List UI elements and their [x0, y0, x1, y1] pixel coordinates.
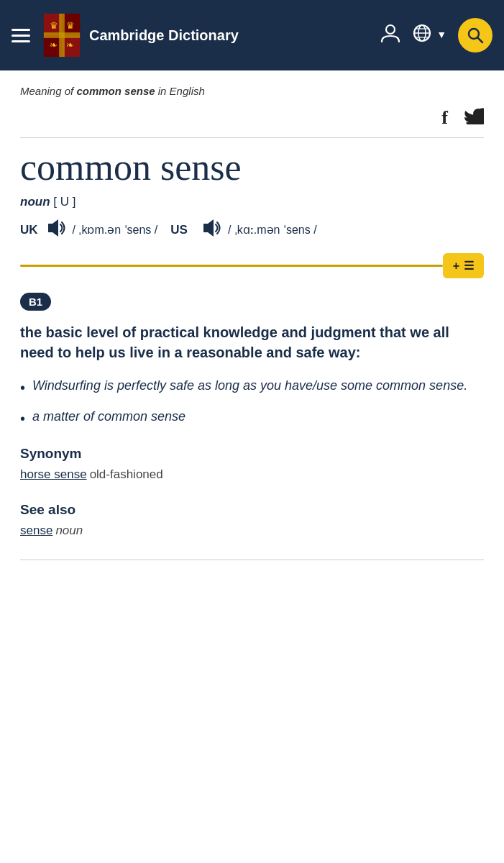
- see-also-heading: See also: [20, 502, 484, 518]
- breadcrumb-suffix: in English: [155, 85, 205, 97]
- synonym-heading: Synonym: [20, 446, 484, 462]
- word-title: common sense: [20, 147, 484, 188]
- level-badge: B1: [20, 293, 51, 311]
- user-icon[interactable]: [377, 20, 403, 51]
- plus-icon: +: [453, 260, 459, 273]
- logo-area: ♛ ♛ ❧ ❧ Cambridge Dictionary: [43, 14, 377, 57]
- main-content: Meaning of common sense in English f com…: [0, 70, 504, 589]
- globe-icon: [409, 20, 435, 51]
- svg-point-10: [386, 25, 395, 34]
- synonym-row: horse senseold-fashioned: [20, 467, 484, 482]
- part-of-speech: noun [ U ]: [20, 195, 484, 209]
- svg-line-17: [478, 38, 483, 43]
- add-to-list-button[interactable]: + ☰: [443, 253, 484, 278]
- example-1: Windsurfing is perfectly safe as long as…: [20, 377, 484, 398]
- svg-text:♛: ♛: [50, 21, 58, 31]
- pronunciation-row: UK / ˌkɒm.ən ˈsens / US / ˌkɑː.mən ˈsens…: [20, 219, 484, 240]
- list-icon: ☰: [464, 259, 474, 273]
- menu-button[interactable]: [12, 29, 30, 42]
- twitter-share-button[interactable]: [464, 107, 484, 129]
- see-also-link[interactable]: sense: [20, 524, 52, 537]
- divider-row: + ☰: [20, 253, 484, 278]
- svg-marker-18: [48, 219, 58, 237]
- definition-text: the basic level of practical knowledge a…: [20, 322, 484, 362]
- site-title[interactable]: Cambridge Dictionary: [89, 27, 239, 44]
- uk-audio-button[interactable]: [45, 219, 65, 240]
- breadcrumb-word: common sense: [76, 85, 155, 97]
- site-header: ♛ ♛ ❧ ❧ Cambridge Dictionary: [0, 0, 504, 70]
- synonym-qualifier: old-fashioned: [90, 467, 163, 481]
- svg-rect-5: [44, 32, 80, 38]
- us-audio-button[interactable]: [201, 219, 221, 240]
- chevron-down-icon: ▼: [436, 29, 446, 41]
- uk-pronunciation: / ˌkɒm.ən ˈsens /: [73, 223, 158, 237]
- grammar-label: [ U ]: [53, 195, 75, 209]
- cambridge-logo-icon[interactable]: ♛ ♛ ❧ ❧: [43, 14, 81, 57]
- pos-label: noun: [20, 195, 50, 209]
- svg-text:❧: ❧: [66, 40, 74, 50]
- search-button[interactable]: [458, 18, 492, 52]
- see-also-qualifier: noun: [55, 524, 83, 537]
- svg-marker-19: [203, 219, 214, 237]
- social-share-row: f: [20, 107, 484, 138]
- bottom-divider: [20, 560, 484, 560]
- breadcrumb: Meaning of common sense in English: [20, 85, 484, 97]
- examples-list: Windsurfing is perfectly safe as long as…: [20, 377, 484, 429]
- us-pronunciation: / ˌkɑː.mən ˈsens /: [228, 223, 317, 237]
- us-label: US: [170, 223, 188, 237]
- language-selector[interactable]: ▼: [409, 20, 446, 51]
- yellow-divider: [20, 265, 443, 267]
- svg-text:♛: ♛: [66, 21, 75, 31]
- example-2: a matter of common sense: [20, 408, 484, 429]
- uk-label: UK: [20, 223, 38, 237]
- breadcrumb-prefix: Meaning of: [20, 85, 76, 97]
- svg-text:❧: ❧: [50, 40, 58, 50]
- see-also-row: sensenoun: [20, 524, 484, 538]
- header-icons: ▼: [377, 18, 492, 52]
- synonym-link[interactable]: horse sense: [20, 467, 87, 481]
- facebook-share-button[interactable]: f: [441, 107, 448, 129]
